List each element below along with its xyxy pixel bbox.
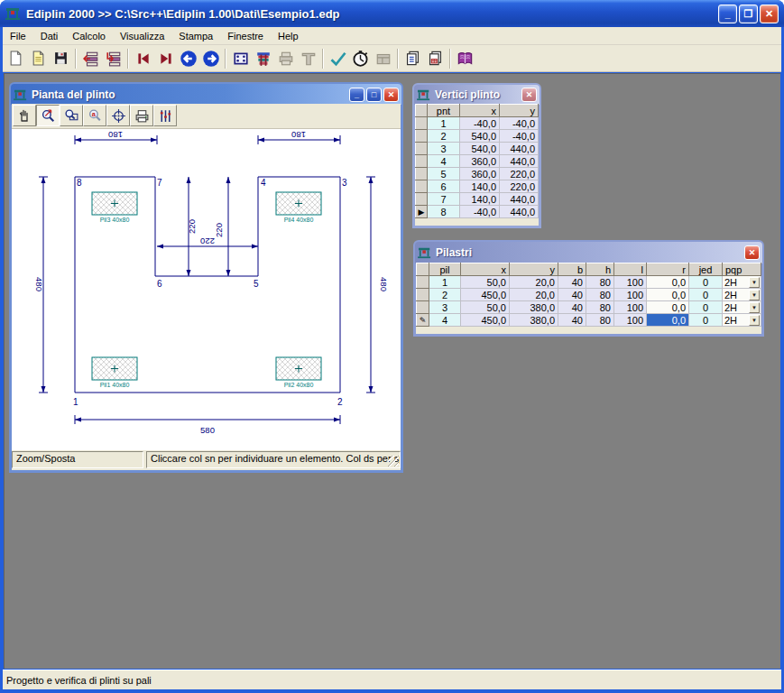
zoom-window-icon[interactable] — [60, 105, 83, 126]
svg-text:2: 2 — [337, 397, 343, 407]
pilaster-pil3[interactable]: Pil3 40x80 — [92, 192, 137, 223]
svg-text:8: 8 — [77, 178, 82, 188]
pilaster-pil4[interactable]: Pil4 40x80 — [276, 192, 321, 223]
table-prev-icon[interactable] — [79, 47, 102, 69]
table-next-icon[interactable] — [102, 47, 125, 69]
selected-cell[interactable]: 0,0 — [647, 314, 689, 327]
pilastri-table: pil x y b h l r jed pqp 1 50,0 20,0 40 8… — [416, 263, 761, 327]
plan-canvas[interactable]: 180 180 480 — [12, 128, 401, 450]
table-row[interactable]: 3 50,0 380,0 40 80 100 0,0 0 2H▼ — [417, 301, 761, 314]
menu-stampa[interactable]: Stampa — [171, 28, 220, 44]
window-title: Ediplin 2000 >> C:\Src++\Ediplin 1.00\Da… — [26, 7, 340, 21]
pilastri-title-bar[interactable]: Pilastri ✕ — [415, 242, 762, 263]
toolbar-separator — [75, 49, 77, 69]
col-x[interactable]: x — [461, 263, 510, 276]
vertici-window-title: Vertici plinto — [435, 88, 500, 101]
first-record-icon[interactable] — [132, 47, 154, 69]
copy-pages-icon[interactable] — [401, 47, 424, 69]
plan-status-bar: Zoom/Sposta Cliccare col sn per individu… — [12, 450, 401, 468]
dim-label: 220 — [200, 236, 215, 246]
display-options-icon[interactable] — [153, 105, 177, 126]
toolbar-separator — [449, 49, 451, 69]
table-row[interactable]: 2 540,0 -40,0 — [416, 130, 539, 143]
title-bar[interactable]: Ediplin 2000 >> C:\Src++\Ediplin 1.00\Da… — [0, 0, 784, 27]
dropdown-arrow-icon[interactable]: ▼ — [749, 315, 760, 326]
menu-help[interactable]: Help — [271, 28, 306, 44]
minimize-button[interactable]: _ — [718, 5, 737, 23]
dropdown-arrow-icon[interactable]: ▼ — [749, 277, 760, 288]
open-file-icon[interactable] — [27, 47, 50, 69]
mdi-workspace: Pianta del plinto _ □ ✕ a — [4, 73, 780, 669]
zoom-drag-icon[interactable] — [36, 105, 60, 126]
col-b[interactable]: b — [558, 263, 586, 276]
new-file-icon[interactable] — [5, 47, 27, 69]
menu-file[interactable]: File — [3, 28, 33, 44]
table-row[interactable]: 3 540,0 440,0 — [416, 143, 539, 155]
nav-back-icon[interactable] — [177, 47, 199, 69]
plan-close-button[interactable]: ✕ — [383, 88, 399, 102]
table-row[interactable]: 1 50,0 20,0 40 80 100 0,0 0 2H▼ — [417, 276, 761, 289]
menu-finestre[interactable]: Finestre — [220, 28, 271, 44]
plan-maximize-button[interactable]: □ — [366, 88, 382, 102]
col-jed[interactable]: jed — [689, 263, 723, 276]
plinto-plan-icon[interactable] — [229, 47, 252, 69]
zoom-all-icon[interactable]: a — [83, 105, 106, 126]
pilaster-label: Pil1 40x80 — [100, 382, 130, 388]
pilaster-pil1[interactable]: Pil1 40x80 — [92, 357, 137, 388]
help-book-icon[interactable] — [454, 47, 476, 69]
col-h[interactable]: h — [586, 263, 614, 276]
col-l[interactable]: l — [614, 263, 647, 276]
vertici-close-button[interactable]: ✕ — [521, 88, 537, 102]
plan-minimize-button[interactable]: _ — [349, 88, 364, 102]
menu-bar: File Dati Calcolo Visualizza Stampa Fine… — [3, 27, 781, 45]
stopwatch-icon[interactable] — [349, 47, 372, 69]
menu-visualizza[interactable]: Visualizza — [113, 28, 171, 44]
results-disabled-icon — [372, 47, 394, 69]
center-view-icon[interactable] — [106, 105, 130, 126]
pilaster-pil2[interactable]: Pil2 40x80 — [276, 357, 321, 388]
check-calc-icon[interactable] — [327, 47, 349, 69]
maximize-button[interactable]: ❐ — [739, 5, 758, 23]
svg-text:7: 7 — [157, 178, 162, 188]
table-row[interactable]: 6 140,0 220,0 — [416, 180, 539, 193]
armature-table-icon[interactable] — [252, 47, 274, 69]
nav-forward-icon[interactable] — [199, 47, 222, 69]
last-record-icon[interactable] — [154, 47, 177, 69]
table-row[interactable]: 1 -40,0 -40,0 — [416, 117, 539, 130]
close-button[interactable]: ✕ — [760, 5, 779, 23]
table-row[interactable]: 5 360,0 220,0 — [416, 168, 539, 180]
pilaster-label: Pil4 40x80 — [284, 217, 314, 223]
col-y[interactable]: y — [510, 263, 558, 276]
pilastri-close-button[interactable]: ✕ — [744, 245, 760, 260]
col-x[interactable]: x — [460, 105, 500, 117]
dim-label: 220 — [214, 223, 224, 237]
pan-hand-icon[interactable] — [13, 105, 36, 126]
table-row[interactable]: ✎ 4 450,0 380,0 40 80 100 0,0 0 2H▼ — [417, 314, 761, 327]
col-pqp[interactable]: pqp — [723, 263, 761, 276]
app-status-bar: Progetto e verifica di plinti su pali — [3, 670, 781, 689]
plan-toolbar: a — [12, 104, 401, 128]
pilaster-label: Pil2 40x80 — [284, 382, 314, 388]
plan-window-icon — [14, 88, 28, 101]
plan-title-bar[interactable]: Pianta del plinto _ □ ✕ — [11, 84, 401, 105]
dropdown-arrow-icon[interactable]: ▼ — [749, 302, 760, 313]
col-pil[interactable]: pil — [429, 263, 461, 276]
dropdown-arrow-icon[interactable]: ▼ — [749, 290, 760, 300]
table-row[interactable]: 7 140,0 440,0 — [416, 193, 539, 206]
print-plan-icon[interactable] — [130, 105, 153, 126]
dim-bottom — [75, 415, 340, 424]
copy-table-icon[interactable] — [424, 47, 447, 69]
app-icon — [5, 6, 22, 21]
resize-grip[interactable] — [388, 456, 399, 467]
menu-dati[interactable]: Dati — [33, 28, 66, 44]
table-row[interactable]: 2 450,0 20,0 40 80 100 0,0 0 2H▼ — [417, 289, 761, 301]
col-r[interactable]: r — [647, 263, 689, 276]
table-row[interactable]: ▶ 8 -40,0 440,0 — [416, 206, 539, 218]
vertici-title-bar[interactable]: Vertici plinto ✕ — [414, 85, 540, 105]
col-y[interactable]: y — [500, 105, 539, 117]
editing-row-marker: ✎ — [417, 314, 429, 327]
col-pnt[interactable]: pnt — [428, 105, 460, 117]
menu-calcolo[interactable]: Calcolo — [65, 28, 113, 44]
table-row[interactable]: 4 360,0 440,0 — [416, 155, 539, 168]
save-file-icon[interactable] — [50, 47, 72, 69]
